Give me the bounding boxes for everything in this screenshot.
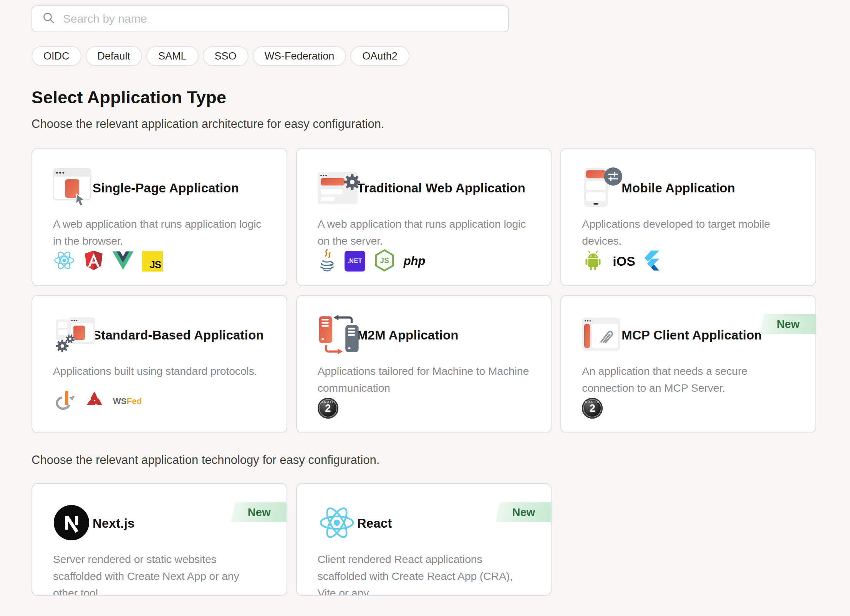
m2m-servers-icon	[318, 313, 361, 357]
standard-based-icon	[53, 315, 96, 355]
card-header: Single-Page Application	[53, 168, 266, 209]
new-badge: New	[229, 502, 287, 522]
react-icon	[318, 505, 356, 541]
new-application-page: OIDC Default SAML SSO WS-Federation OAut…	[0, 0, 850, 596]
vue-icon	[112, 251, 134, 272]
card-description: Applications tailored for Machine to Mac…	[318, 363, 530, 396]
flutter-icon	[644, 250, 661, 273]
filter-pill-saml[interactable]: SAML	[146, 46, 199, 66]
filter-pill-oauth2[interactable]: OAuth2	[350, 46, 409, 66]
card-title: MCP Client Application	[621, 328, 762, 343]
search-icon	[42, 12, 55, 26]
card-description: An application that needs a secure conne…	[582, 363, 795, 396]
card-description: Server rendered or static websites scaff…	[53, 551, 266, 596]
new-badge: New	[758, 314, 815, 334]
nextjs-icon	[53, 504, 90, 543]
card-mcp-client-application[interactable]: MCP Client Application New An applicatio…	[560, 295, 816, 433]
card-description: Client rendered React applications scaff…	[318, 551, 530, 596]
card-description: A web application that runs application …	[53, 215, 266, 249]
javascript-icon: JS	[142, 251, 163, 272]
filter-pill-oidc[interactable]: OIDC	[31, 46, 81, 66]
card-react[interactable]: React New Client rendered React applicat…	[296, 483, 552, 596]
technology-icons: JS	[53, 249, 266, 273]
application-type-grid: Single-Page Application A web applicatio…	[31, 148, 816, 433]
architecture-subtitle: Choose the relevant application architec…	[31, 117, 816, 131]
mcp-client-icon	[582, 318, 620, 353]
saml-icon	[85, 390, 104, 412]
search-input[interactable]	[62, 12, 498, 26]
card-title: React	[357, 516, 392, 531]
new-badge: New	[493, 502, 551, 522]
page-title: Select Application Type	[31, 88, 816, 108]
card-description: A web application that runs application …	[318, 215, 530, 249]
card-description: Applications built using standard protoc…	[53, 363, 266, 379]
java-icon	[318, 248, 336, 274]
technology-icons: iOS	[582, 249, 795, 273]
openid-connect-icon	[53, 390, 76, 413]
card-mobile-application[interactable]: Mobile Application Applications develope…	[560, 148, 816, 286]
card-title: Next.js	[93, 516, 135, 531]
technology-icons: .NET JS php	[318, 249, 530, 273]
card-title: Traditional Web Application	[357, 181, 525, 195]
android-icon	[582, 250, 604, 273]
card-header: Traditional Web Application	[318, 168, 530, 209]
filter-pill-sso[interactable]: SSO	[203, 46, 249, 66]
card-m2m-application[interactable]: M2M Application Applications tailored fo…	[296, 295, 552, 433]
svg-text:JS: JS	[380, 256, 389, 265]
angular-icon	[84, 250, 104, 272]
mobile-phone-icon	[582, 166, 623, 210]
card-title: Mobile Application	[621, 181, 735, 195]
oauth2-icon: OAUTH2	[318, 398, 338, 419]
technology-icons: WSFed	[53, 389, 266, 413]
filter-pill-default[interactable]: Default	[86, 46, 142, 66]
nodejs-icon: JS	[374, 249, 395, 273]
card-title: M2M Application	[357, 328, 459, 343]
filter-pills: OIDC Default SAML SSO WS-Federation OAut…	[31, 46, 816, 66]
card-title: Standard-Based Application	[93, 328, 264, 343]
card-header: M2M Application	[318, 315, 530, 356]
spa-browser-icon	[53, 167, 91, 209]
filter-pill-ws-federation[interactable]: WS-Federation	[253, 46, 346, 66]
card-single-page-application[interactable]: Single-Page Application A web applicatio…	[31, 148, 287, 286]
card-header: Mobile Application	[582, 168, 795, 209]
traditional-web-icon	[318, 170, 362, 207]
technology-icons: OAUTH2	[318, 396, 530, 420]
card-standard-based-application[interactable]: Standard-Based Application Applications …	[31, 295, 287, 433]
technology-subtitle: Choose the relevant application technolo…	[31, 453, 816, 467]
ios-icon: iOS	[613, 254, 635, 269]
card-header: Standard-Based Application	[53, 315, 266, 356]
dotnet-icon: .NET	[345, 251, 365, 272]
react-icon	[53, 250, 75, 272]
card-traditional-web-application[interactable]: Traditional Web Application A web applic…	[296, 148, 552, 286]
oauth2-icon: OAUTH2	[582, 398, 603, 419]
search-bar	[31, 5, 509, 32]
technology-grid: Next.js New Server rendered or static we…	[31, 483, 816, 596]
technology-icons: OAUTH2	[582, 396, 795, 420]
card-nextjs[interactable]: Next.js New Server rendered or static we…	[31, 483, 287, 596]
php-icon: php	[404, 254, 426, 268]
card-description: Applications developed to target mobile …	[582, 215, 795, 249]
card-title: Single-Page Application	[93, 181, 239, 195]
wsfed-icon: WSFed	[113, 396, 142, 406]
